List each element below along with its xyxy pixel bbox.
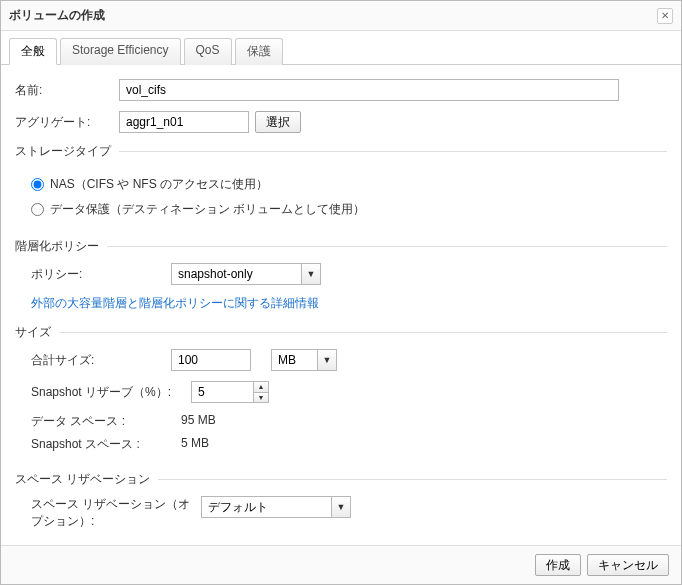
storage-type-legend: ストレージタイプ: [15, 143, 667, 160]
space-reservation-combo[interactable]: ▼: [201, 496, 351, 518]
storage-type-nas-label: NAS（CIFS や NFS のアクセスに使用）: [50, 176, 268, 193]
tab-qos[interactable]: QoS: [184, 38, 232, 65]
titlebar: ボリュームの作成 ✕: [1, 1, 681, 31]
dialog-title: ボリュームの作成: [9, 7, 105, 24]
space-reservation-legend: スペース リザベーション: [15, 471, 667, 488]
chevron-down-icon[interactable]: ▼: [331, 496, 351, 518]
tiering-legend: 階層化ポリシー: [15, 238, 667, 255]
snapshot-reserve-spinner[interactable]: ▲ ▼: [191, 381, 269, 403]
spinner-up-icon[interactable]: ▲: [254, 382, 268, 393]
size-unit-combo[interactable]: ▼: [271, 349, 337, 371]
storage-type-nas-radio[interactable]: [31, 178, 44, 191]
tab-general[interactable]: 全般: [9, 38, 57, 65]
close-icon[interactable]: ✕: [657, 8, 673, 24]
total-size-input[interactable]: [171, 349, 251, 371]
space-reservation-input[interactable]: [201, 496, 331, 518]
policy-input[interactable]: [171, 263, 301, 285]
storage-type-dp-label: データ保護（デスティネーション ボリュームとして使用）: [50, 201, 365, 218]
data-space-label: データ スペース :: [31, 413, 181, 430]
tab-storage-efficiency[interactable]: Storage Efficiency: [60, 38, 181, 65]
aggregate-input[interactable]: [119, 111, 249, 133]
size-legend: サイズ: [15, 324, 667, 341]
create-button[interactable]: 作成: [535, 554, 581, 576]
tab-protection[interactable]: 保護: [235, 38, 283, 65]
aggregate-label: アグリゲート:: [15, 114, 119, 131]
tiering-info-link[interactable]: 外部の大容量階層と階層化ポリシーに関する詳細情報: [31, 295, 667, 312]
spinner-down-icon[interactable]: ▼: [254, 393, 268, 403]
data-space-value: 95 MB: [181, 413, 216, 430]
name-input[interactable]: [119, 79, 619, 101]
snapshot-space-value: 5 MB: [181, 436, 209, 453]
cancel-button[interactable]: キャンセル: [587, 554, 669, 576]
snapshot-space-label: Snapshot スペース :: [31, 436, 181, 453]
snapshot-reserve-label: Snapshot リザーブ（%）:: [31, 384, 191, 401]
policy-combo[interactable]: ▼: [171, 263, 321, 285]
snapshot-reserve-input[interactable]: [191, 381, 253, 403]
chevron-down-icon[interactable]: ▼: [317, 349, 337, 371]
chevron-down-icon[interactable]: ▼: [301, 263, 321, 285]
policy-label: ポリシー:: [31, 266, 171, 283]
storage-type-dp-radio[interactable]: [31, 203, 44, 216]
size-unit-input[interactable]: [271, 349, 317, 371]
tabs: 全般 Storage Efficiency QoS 保護: [1, 31, 681, 65]
aggregate-select-button[interactable]: 選択: [255, 111, 301, 133]
name-label: 名前:: [15, 82, 119, 99]
create-volume-dialog: ボリュームの作成 ✕ 全般 Storage Efficiency QoS 保護 …: [0, 0, 682, 585]
total-size-label: 合計サイズ:: [31, 352, 171, 369]
footer: 作成 キャンセル: [1, 545, 681, 584]
space-reservation-option-label: スペース リザベーション（オプション）:: [31, 496, 201, 530]
content: 名前: アグリゲート: 選択 ストレージタイプ NAS（CIFS や NFS の…: [1, 65, 681, 545]
